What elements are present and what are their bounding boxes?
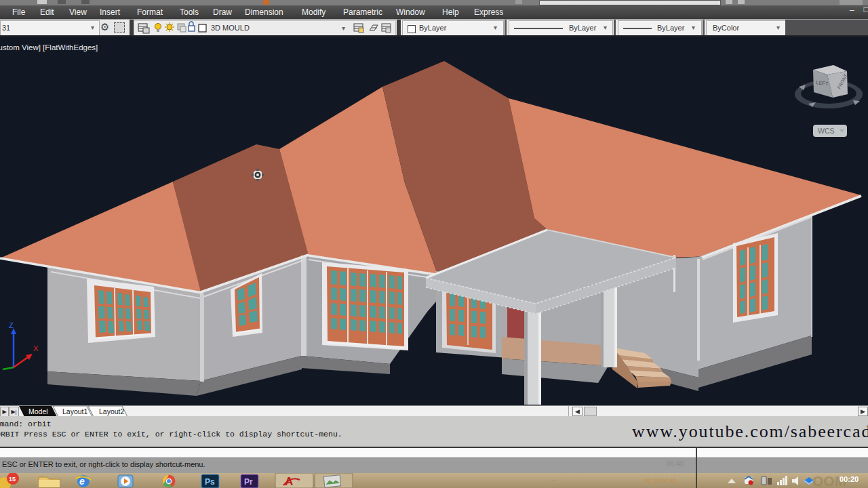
svg-text:Model: Model — [28, 407, 48, 415]
svg-text:Layout1: Layout1 — [62, 407, 88, 415]
svg-text:X: X — [33, 344, 39, 352]
svg-text:WCS: WCS — [818, 127, 835, 135]
svg-text:[Custom View] [FlatWithEdges]: [Custom View] [FlatWithEdges] — [0, 43, 98, 52]
svg-text:....: .... — [551, 476, 557, 482]
svg-text:00:20: 00:20 — [840, 475, 859, 483]
svg-text:3D MOULD: 3D MOULD — [211, 24, 250, 32]
svg-text:A: A — [285, 475, 293, 488]
svg-text:Pr: Pr — [244, 477, 253, 487]
svg-text:Z: Z — [9, 321, 14, 329]
svg-text:06:22/06:40: 06:22/06:40 — [644, 477, 677, 484]
svg-text:▾: ▾ — [342, 24, 345, 32]
svg-text:15: 15 — [9, 476, 16, 483]
svg-text:Ps: Ps — [205, 477, 215, 487]
svg-text:Layout2: Layout2 — [99, 407, 125, 415]
